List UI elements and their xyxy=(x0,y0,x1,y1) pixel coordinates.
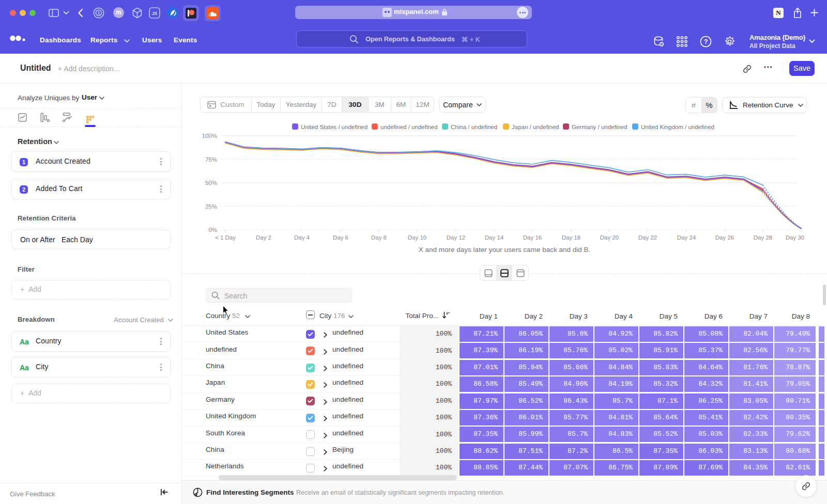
svg-text:JS: JS xyxy=(152,11,158,16)
svg-text:?: ? xyxy=(704,38,708,45)
svg-text:1: 1 xyxy=(98,10,100,15)
